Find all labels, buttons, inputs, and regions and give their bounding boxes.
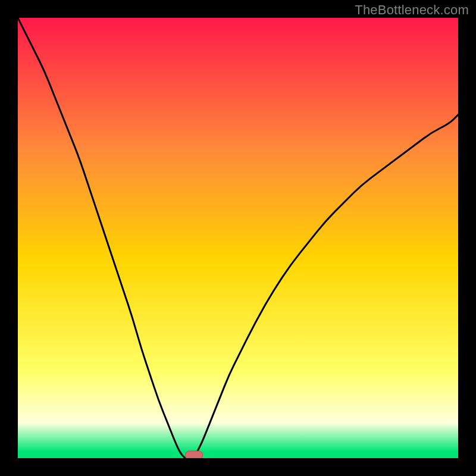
- plot-area: [18, 18, 458, 458]
- watermark-text: TheBottleneck.com: [355, 2, 469, 18]
- svg-rect-0: [18, 18, 458, 458]
- chart-frame: TheBottleneck.com: [0, 0, 476, 476]
- min-marker: [185, 451, 203, 458]
- bottleneck-chart: [18, 18, 458, 458]
